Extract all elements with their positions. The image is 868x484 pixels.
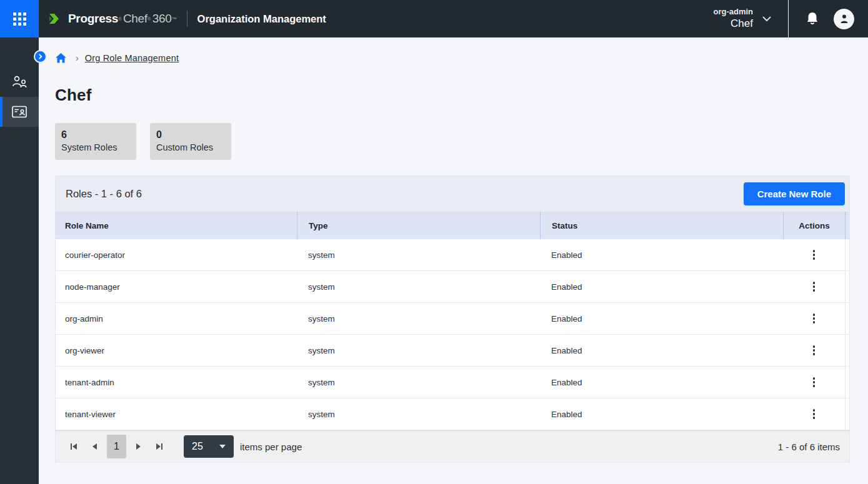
chevron-down-icon — [762, 16, 772, 22]
cell-role-name: courier-operator — [56, 239, 297, 270]
user-account-button[interactable] — [834, 9, 854, 29]
table-row: node-manager system Enabled — [56, 271, 849, 303]
cell-actions — [783, 398, 845, 430]
cell-status: Enabled — [540, 271, 783, 302]
cell-role-name: tenant-admin — [56, 367, 297, 398]
items-per-page-select[interactable]: 25 — [184, 435, 234, 458]
cell-actions — [783, 271, 845, 302]
stat-label: Custom Roles — [156, 141, 225, 154]
app-title: Organization Management — [197, 13, 326, 25]
kebab-menu-icon — [813, 250, 816, 252]
cell-gutter — [845, 239, 849, 270]
breadcrumb-separator: › — [76, 53, 79, 63]
table-body: courier-operator system Enabled node-man… — [56, 239, 849, 430]
home-icon — [55, 52, 67, 64]
row-actions-button[interactable] — [807, 404, 822, 424]
cell-gutter — [845, 335, 849, 366]
cell-status: Enabled — [540, 335, 783, 366]
org-role-label: org-admin — [713, 7, 753, 17]
apps-grid-icon — [13, 12, 26, 26]
cell-gutter — [845, 271, 849, 302]
cell-gutter — [845, 303, 849, 334]
previous-page-button[interactable] — [84, 435, 106, 458]
table-row: courier-operator system Enabled — [56, 239, 849, 271]
brand-reg-mark-2: ® — [147, 16, 151, 22]
page-title: Chef — [55, 86, 850, 105]
cell-type: system — [297, 303, 540, 334]
bell-icon — [806, 11, 819, 26]
stat-value: 6 — [61, 128, 130, 141]
items-per-page-label: items per page — [240, 442, 302, 452]
column-header-status: Status — [540, 212, 783, 239]
row-actions-button[interactable] — [807, 372, 822, 392]
first-page-icon — [69, 443, 78, 450]
items-per-page-value: 25 — [192, 441, 203, 452]
row-actions-button[interactable] — [807, 309, 822, 328]
row-actions-button[interactable] — [807, 277, 822, 297]
app-root: Progress® Chef® 360™ Organization Manage… — [0, 0, 868, 484]
notifications-button[interactable] — [797, 0, 827, 37]
pagination-range-label: 1 - 6 of 6 items — [778, 442, 840, 452]
stat-cards: 6 System Roles 0 Custom Roles — [55, 123, 850, 160]
main-content: › Org Role Management Chef 6 System Role… — [39, 37, 868, 484]
brand-name-360: 360 — [152, 12, 172, 26]
cell-actions — [783, 303, 845, 334]
cell-actions — [783, 335, 845, 366]
kebab-menu-icon — [813, 345, 816, 348]
breadcrumb-home-link[interactable] — [55, 52, 67, 64]
page-number-button-current[interactable]: 1 — [107, 435, 126, 458]
column-header-actions: Actions — [783, 212, 845, 239]
cell-type: system — [297, 271, 540, 302]
stat-value: 0 — [156, 128, 225, 141]
row-actions-button[interactable] — [807, 340, 822, 360]
app-launcher-button[interactable] — [0, 0, 39, 37]
table-row: org-admin system Enabled — [56, 303, 849, 335]
pagination-bar: 1 25 items per page 1 - 6 — [56, 430, 849, 462]
header-divider — [187, 11, 187, 27]
sidebar-expand-toggle[interactable] — [34, 50, 47, 63]
cell-role-name: node-manager — [56, 271, 297, 302]
sidebar-item-users[interactable] — [0, 67, 39, 97]
stat-card-system-roles: 6 System Roles — [55, 123, 136, 160]
sidebar-item-org-roles[interactable] — [0, 97, 39, 127]
cell-gutter — [845, 367, 849, 398]
cell-status: Enabled — [540, 398, 783, 430]
header-right-section: org-admin Chef — [713, 0, 868, 37]
create-new-role-button[interactable]: Create New Role — [744, 182, 845, 205]
cell-type: system — [297, 239, 540, 270]
org-switcher[interactable]: org-admin Chef — [713, 7, 772, 31]
table-column-headers: Role Name Type Status Actions — [56, 212, 849, 239]
next-page-button[interactable] — [127, 435, 149, 458]
last-page-button[interactable] — [149, 435, 170, 458]
table-row: tenant-admin system Enabled — [56, 367, 849, 398]
caret-down-icon — [219, 445, 226, 448]
breadcrumb-link-org-role-management[interactable]: Org Role Management — [85, 53, 179, 63]
cell-role-name: org-admin — [56, 303, 297, 334]
org-name-label: Chef — [731, 17, 753, 31]
org-switcher-texts: org-admin Chef — [713, 7, 753, 31]
table-row: org-viewer system Enabled — [56, 335, 849, 367]
table-title: Roles - 1 - 6 of 6 — [66, 188, 142, 200]
last-page-icon — [155, 443, 164, 450]
brand-name-bold: Progress — [68, 12, 118, 26]
row-actions-button[interactable] — [807, 245, 822, 265]
column-header-type: Type — [297, 212, 540, 239]
cell-type: system — [297, 367, 540, 398]
brand-tm-mark: ™ — [172, 16, 177, 22]
chevron-right-icon — [37, 54, 43, 59]
cell-actions — [783, 239, 845, 270]
first-page-button[interactable] — [63, 435, 84, 458]
previous-page-icon — [92, 443, 98, 450]
cell-status: Enabled — [540, 367, 783, 398]
roles-table: Roles - 1 - 6 of 6 Create New Role Role … — [55, 175, 850, 463]
avatar-icon — [839, 13, 850, 24]
cell-role-name: org-viewer — [56, 335, 297, 366]
kebab-menu-icon — [813, 314, 816, 316]
stat-label: System Roles — [61, 141, 130, 154]
column-header-gutter — [845, 212, 849, 239]
header-user-divider — [788, 0, 789, 37]
brand-name-light: Chef — [123, 12, 147, 26]
left-sidebar — [0, 37, 39, 484]
cell-role-name: tenant-viewer — [56, 398, 297, 430]
top-header: Progress® Chef® 360™ Organization Manage… — [0, 0, 868, 37]
